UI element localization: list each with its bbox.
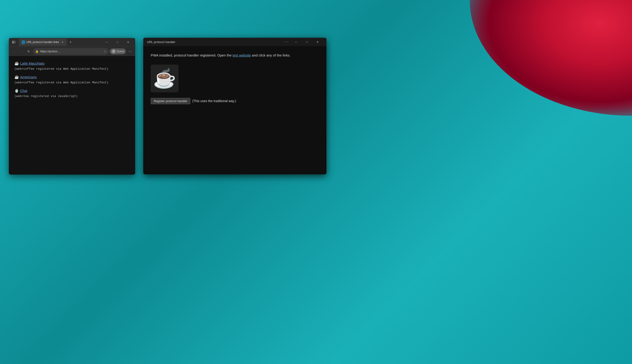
list-item: ☕ Latte Macchiato [14, 61, 130, 66]
chai-link[interactable]: Chai [20, 89, 27, 92]
americano-meta: (web+coffee registered via Web Applicati… [14, 81, 130, 84]
tab-title: URL protocol handler links [27, 40, 59, 44]
browser-titlebar-left: 🌐 URL protocol handler links ✕ + ─ □ ✕ [9, 38, 135, 46]
latte-emoji: ☕ [14, 61, 19, 65]
description-text-prefix: PWA installed, protocol handler register… [151, 53, 233, 57]
americano-link[interactable]: Americano [20, 75, 37, 79]
pwa-titlebar: URL protocol handler ··· ─ □ ✕ [143, 38, 326, 46]
guest-button[interactable]: ? Guest [110, 48, 126, 54]
register-note: (This uses the traditional way.) [192, 98, 236, 104]
latte-meta: (web+coffee registered via Web Applicati… [14, 67, 130, 70]
description-text-suffix: and click any of the links. [251, 53, 291, 57]
favorite-icon[interactable]: ☆ [103, 50, 106, 53]
maximize-button-left[interactable]: □ [112, 38, 123, 46]
register-protocol-button[interactable]: Register protocol handler [151, 98, 190, 104]
chai-meta: (web+tea registered via JavaScript) [14, 94, 130, 98]
pwa-content: PWA installed, protocol handler register… [143, 46, 326, 174]
tab-close-button[interactable]: ✕ [60, 40, 65, 44]
pwa-title: URL protocol handler [147, 40, 282, 44]
guest-avatar: ? [112, 49, 116, 54]
tab-favicon: 🌐 [21, 40, 25, 44]
coffee-cup-emoji: ☕ [153, 69, 176, 88]
lock-icon: 🔒 [35, 50, 39, 53]
pwa-close-button[interactable]: ✕ [312, 38, 323, 46]
close-button-left[interactable]: ✕ [123, 38, 133, 46]
forward-button[interactable]: → [18, 48, 25, 55]
window-controls-left: ─ □ ✕ [101, 38, 133, 46]
pwa-minimize-button[interactable]: ─ [291, 38, 301, 46]
latte-link[interactable]: Latte Macchiato [20, 61, 45, 65]
svg-rect-0 [12, 41, 14, 44]
browser-window-left: 🌐 URL protocol handler links ✕ + ─ □ ✕ ←… [9, 38, 135, 174]
browser-content-left: ☕ Latte Macchiato (web+coffee registered… [9, 56, 135, 174]
back-button[interactable]: ← [11, 48, 17, 55]
address-bar[interactable]: 🔒 https://protoc... ☆ [33, 48, 109, 55]
browser-addressbar-left: ← → ↻ 🔒 https://protoc... ☆ ? Guest ··· [9, 46, 135, 56]
test-website-link[interactable]: test website [233, 53, 251, 57]
pwa-more-button[interactable]: ··· [282, 39, 291, 45]
pwa-maximize-button[interactable]: □ [301, 38, 312, 46]
url-text: https://protoc... [40, 50, 102, 53]
browser-more-button[interactable]: ··· [127, 48, 133, 55]
americano-emoji: ☕ [14, 75, 19, 79]
new-tab-button[interactable]: + [67, 39, 74, 46]
coffee-cup-image: ☕ [151, 64, 178, 92]
guest-label: Guest [117, 50, 124, 53]
sidebar-toggle-button[interactable] [11, 39, 17, 46]
minimize-button-left[interactable]: ─ [101, 38, 112, 46]
browser-tabs: 🌐 URL protocol handler links ✕ + [19, 38, 100, 46]
refresh-button[interactable]: ↻ [26, 48, 32, 55]
pwa-description: PWA installed, protocol handler register… [151, 52, 319, 58]
pwa-window: URL protocol handler ··· ─ □ ✕ PWA insta… [143, 38, 326, 174]
chai-emoji: 🍵 [14, 89, 19, 92]
pwa-window-controls: ─ □ ✕ [291, 38, 323, 46]
list-item: ☕ Americano [14, 74, 130, 80]
active-tab[interactable]: 🌐 URL protocol handler links ✕ [19, 38, 67, 46]
list-item: 🍵 Chai [14, 88, 130, 94]
register-row: Register protocol handler (This uses the… [151, 98, 319, 104]
svg-rect-1 [14, 41, 16, 44]
